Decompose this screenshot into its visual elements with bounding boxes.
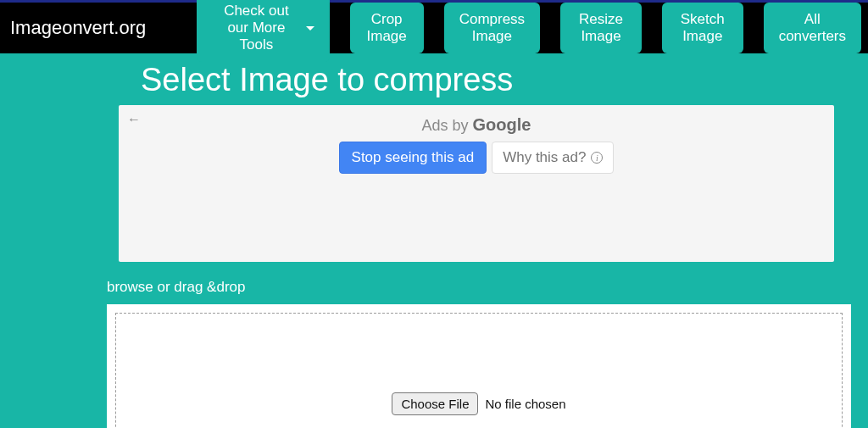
google-logo-text: Google — [473, 115, 531, 134]
ads-by-prefix: Ads by — [422, 117, 473, 134]
nav-more-tools-dropdown[interactable]: Check out our More Tools — [197, 0, 329, 62]
stop-seeing-ad-button[interactable]: Stop seeing this ad — [339, 142, 487, 174]
dropzone[interactable]: Choose File No file chosen — [115, 313, 843, 428]
file-status: No file chosen — [485, 397, 565, 411]
nav-crop-button[interactable]: Crop Image — [350, 3, 424, 53]
chevron-down-icon — [306, 26, 314, 31]
page-title: Select Image to compress — [0, 53, 868, 105]
choose-file-button[interactable]: Choose File — [392, 392, 478, 415]
why-this-ad-button[interactable]: Why this ad? i — [492, 142, 614, 174]
upload-hint: browse or drag &drop — [0, 262, 868, 304]
nav-sketch-button[interactable]: Sketch Image — [662, 3, 743, 53]
navbar: Imageonvert.org Check out our More Tools… — [0, 3, 868, 53]
back-arrow-icon[interactable]: ← — [127, 112, 141, 127]
ads-by-label: Ads by Google — [125, 112, 827, 142]
brand-logo[interactable]: Imageonvert.org — [7, 17, 149, 39]
ad-card: ← Ads by Google Stop seeing this ad Why … — [119, 105, 834, 262]
info-icon: i — [591, 152, 603, 164]
dropzone-container: Choose File No file chosen — [107, 304, 851, 428]
nav-more-tools-label: Check out our More Tools — [212, 3, 300, 53]
nav-resize-button[interactable]: Resize Image — [560, 3, 642, 53]
nav-compress-button[interactable]: Compress Image — [444, 3, 540, 53]
nav-all-converters-button[interactable]: All converters — [764, 3, 861, 53]
why-this-ad-label: Why this ad? — [503, 149, 586, 166]
